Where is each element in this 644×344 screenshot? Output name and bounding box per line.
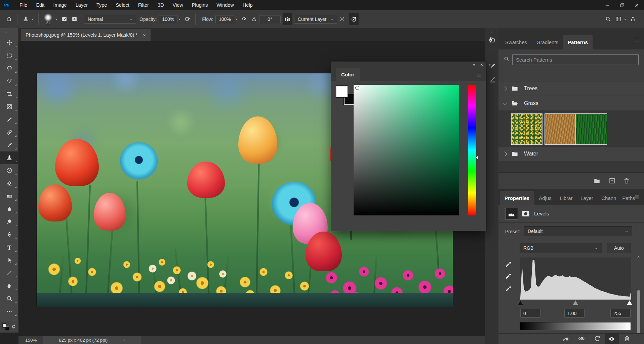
- tab-librar[interactable]: Librar: [555, 191, 576, 205]
- opacity-value[interactable]: 100%: [159, 15, 177, 23]
- hue-slider[interactable]: [468, 85, 476, 215]
- pattern-group-trees[interactable]: Trees: [498, 81, 644, 96]
- type-tool[interactable]: [0, 241, 18, 254]
- panel-menu-icon[interactable]: [635, 36, 641, 42]
- chevron-down-icon[interactable]: [503, 101, 508, 105]
- delete-adjustment-icon[interactable]: [623, 335, 632, 343]
- black-point-eyedropper-icon[interactable]: [505, 261, 513, 270]
- ignore-adjustment-layers-icon[interactable]: [337, 13, 347, 25]
- pattern-thumbnail-flowered-grass[interactable]: [511, 113, 542, 145]
- status-chevron-icon[interactable]: ›: [123, 338, 125, 343]
- history-brush-tool[interactable]: [0, 164, 18, 177]
- flow-value[interactable]: 100%: [215, 15, 234, 23]
- midtones-slider[interactable]: [573, 300, 578, 305]
- pattern-group-water[interactable]: Water: [498, 147, 644, 161]
- path-select-tool[interactable]: [0, 254, 18, 267]
- menu-window[interactable]: Window: [212, 0, 238, 10]
- tab-patterns[interactable]: Patterns: [563, 35, 593, 49]
- tab-chann[interactable]: Chann: [597, 191, 617, 205]
- blur-tool[interactable]: [0, 203, 18, 215]
- chevron-right-icon[interactable]: [502, 86, 507, 91]
- angle-value[interactable]: 0°: [259, 15, 281, 23]
- clip-to-layer-icon[interactable]: [562, 335, 570, 343]
- crop-tool[interactable]: [0, 88, 18, 100]
- menu-view[interactable]: View: [168, 0, 188, 10]
- eraser-tool[interactable]: [0, 177, 18, 190]
- new-group-folder-icon[interactable]: [594, 177, 601, 185]
- chevron-down-icon[interactable]: [234, 17, 239, 22]
- document-info[interactable]: 825 px x 462 px (72 ppi) ›: [43, 336, 141, 344]
- clone-source-panel-icon[interactable]: [69, 13, 79, 25]
- gradient-tool[interactable]: [0, 190, 18, 203]
- dodge-tool[interactable]: [0, 215, 18, 228]
- toolbar-collapse-icon[interactable]: »: [0, 28, 18, 36]
- collapse-panel-icon[interactable]: «: [473, 62, 476, 67]
- output-levels-bar[interactable]: [520, 322, 631, 330]
- white-point-eyedropper-icon[interactable]: [505, 285, 513, 294]
- hue-slider-marker-icon[interactable]: [476, 156, 478, 159]
- share-icon[interactable]: [628, 13, 638, 25]
- menu-select[interactable]: Select: [111, 0, 133, 10]
- airbrush-icon[interactable]: [239, 13, 249, 25]
- menu-file[interactable]: File: [15, 0, 32, 10]
- brush-settings-panel-icon[interactable]: [59, 13, 69, 25]
- menu-edit[interactable]: Edit: [32, 0, 49, 10]
- highlights-input[interactable]: [610, 309, 631, 318]
- blend-mode-select[interactable]: Normal: [84, 15, 136, 24]
- shadows-input[interactable]: [520, 309, 540, 318]
- switch-colors-icon[interactable]: [11, 324, 17, 330]
- saturation-brightness-field[interactable]: [354, 85, 459, 215]
- foreground-color-swatch[interactable]: [336, 86, 348, 97]
- pressure-opacity-icon[interactable]: [182, 13, 192, 25]
- object-select-tool[interactable]: [0, 75, 18, 88]
- rect-marquee-tool[interactable]: [0, 49, 18, 62]
- chevron-down-icon[interactable]: [177, 17, 182, 22]
- tool-preset-stamp-icon[interactable]: [21, 13, 31, 25]
- close-panel-icon[interactable]: ×: [480, 62, 483, 67]
- shadows-slider[interactable]: [518, 300, 523, 305]
- aligned-sample-toggle-icon[interactable]: [283, 13, 292, 25]
- menu-help[interactable]: Help: [238, 0, 257, 10]
- pattern-thumbnail-green-turf[interactable]: [576, 113, 607, 145]
- dock-collapse-icon[interactable]: «: [485, 28, 498, 36]
- frame-tool[interactable]: [0, 100, 18, 113]
- menu-type[interactable]: Type: [92, 0, 111, 10]
- chevron-right-icon[interactable]: [502, 151, 507, 156]
- tab-properties[interactable]: Properties: [500, 191, 534, 205]
- healing-tool[interactable]: [0, 126, 18, 139]
- highlights-slider[interactable]: [627, 300, 632, 305]
- close-tab-icon[interactable]: ×: [143, 32, 146, 38]
- channel-select[interactable]: RGB: [520, 243, 602, 253]
- tab-color[interactable]: Color: [336, 68, 360, 81]
- menu-3d[interactable]: 3D: [153, 0, 168, 10]
- home-icon[interactable]: [4, 13, 14, 25]
- menu-image[interactable]: Image: [49, 0, 71, 10]
- brushes-panel-icon[interactable]: [485, 73, 499, 86]
- auto-button[interactable]: Auto: [607, 243, 631, 253]
- scroll-up-icon[interactable]: [636, 255, 641, 259]
- menu-layer[interactable]: Layer: [71, 0, 92, 10]
- clone-stamp-tool[interactable]: [0, 151, 18, 164]
- panel-menu-icon[interactable]: [635, 195, 641, 201]
- zoom-tool[interactable]: [0, 292, 18, 305]
- pattern-thumbnail-dry-grass[interactable]: [545, 113, 576, 145]
- pattern-group-grass[interactable]: Grass: [498, 96, 644, 110]
- more-tool[interactable]: [0, 305, 18, 318]
- layer-visibility-icon[interactable]: [605, 334, 619, 344]
- tab-gradients[interactable]: Gradients: [532, 35, 563, 49]
- document-tab[interactable]: Photoshop.jpeg @ 150% (Levels 1, Layer M…: [21, 29, 151, 41]
- tab-swatches[interactable]: Swatches: [500, 35, 532, 49]
- close-icon[interactable]: [629, 0, 644, 10]
- workspace-switcher-icon[interactable]: [613, 13, 623, 25]
- menu-filter[interactable]: Filter: [134, 0, 153, 10]
- panel-scrollbar[interactable]: [637, 262, 640, 339]
- move-tool[interactable]: [0, 36, 18, 49]
- reset-adjustment-icon[interactable]: [594, 335, 602, 343]
- chevron-down-icon[interactable]: [54, 17, 59, 22]
- zoom-level[interactable]: 150%: [25, 338, 43, 343]
- search-icon[interactable]: [603, 13, 613, 25]
- sample-select[interactable]: Current Layer: [294, 15, 337, 24]
- midtones-input[interactable]: [564, 309, 585, 318]
- tab-adjus[interactable]: Adjus: [534, 191, 555, 205]
- preset-select[interactable]: Default: [524, 226, 632, 236]
